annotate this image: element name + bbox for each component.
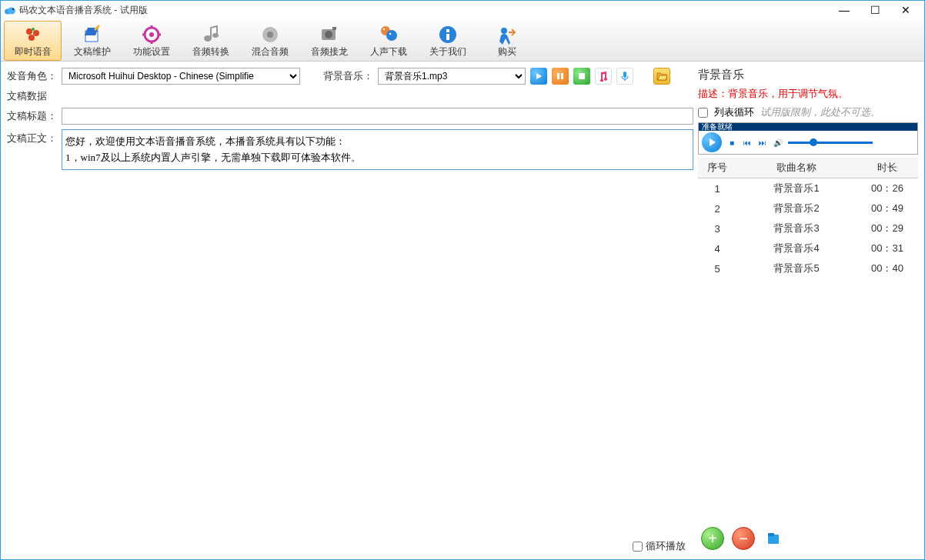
song-row[interactable]: 5背景音乐500：40 xyxy=(698,258,918,278)
title-field-label: 文稿标题： xyxy=(7,109,57,123)
svg-rect-34 xyxy=(768,533,774,536)
col-duration: 时长 xyxy=(857,158,918,178)
toolbar-label: 音频接龙 xyxy=(311,45,348,58)
list-loop-checkbox[interactable] xyxy=(698,108,708,118)
song-row[interactable]: 3背景音乐300：29 xyxy=(698,218,918,238)
svg-rect-26 xyxy=(446,29,449,32)
volume-icon[interactable]: 🔊 xyxy=(773,137,783,148)
toolbar-文稿维护[interactable]: 文稿维护 xyxy=(63,21,121,61)
song-row[interactable]: 4背景音乐400：31 xyxy=(698,238,918,258)
maximize-button[interactable]: ☐ xyxy=(860,1,890,19)
pause-button[interactable] xyxy=(552,68,569,85)
toolbar-音频接龙[interactable]: 音频接龙 xyxy=(300,21,358,61)
volume-slider[interactable] xyxy=(788,142,873,144)
bgm-label: 背景音乐： xyxy=(323,69,373,83)
svg-rect-31 xyxy=(579,73,585,79)
toolbar: 即时语音文稿维护功能设置音频转换混合音频音频接龙人声下载关于我们购买 xyxy=(1,19,924,62)
list-loop-label: 列表循环 xyxy=(714,105,754,119)
player: 准备就绪 ■ ⏮ ⏭ 🔊 xyxy=(698,122,918,155)
browse-button[interactable] xyxy=(763,527,786,550)
toolbar-label: 功能设置 xyxy=(133,45,170,58)
toolbar-label: 购买 xyxy=(498,45,516,58)
svg-point-22 xyxy=(386,30,397,41)
app-icon xyxy=(4,4,16,16)
voice-label: 发音角色： xyxy=(7,69,57,83)
stop-button[interactable] xyxy=(573,68,590,85)
loop-checkbox[interactable] xyxy=(633,542,643,552)
toolbar-关于我们[interactable]: 关于我们 xyxy=(419,21,476,61)
player-next-button[interactable]: ⏭ xyxy=(757,137,768,148)
song-table: 序号 歌曲名称 时长 1背景音乐100：262背景音乐200：493背景音乐30… xyxy=(698,158,918,278)
toolbar-icon xyxy=(22,25,44,45)
svg-point-15 xyxy=(212,33,219,38)
svg-rect-32 xyxy=(623,72,626,78)
toolbar-icon xyxy=(437,25,459,45)
svg-point-23 xyxy=(382,28,384,30)
toolbar-label: 文稿维护 xyxy=(74,45,111,58)
mic-icon[interactable] xyxy=(616,68,633,85)
body-field-label: 文稿正文： xyxy=(7,129,57,145)
svg-point-9 xyxy=(149,32,154,37)
play-button[interactable] xyxy=(530,68,547,85)
toolbar-人声下载[interactable]: 人声下载 xyxy=(359,21,417,61)
loop-label: 循环播放 xyxy=(646,539,686,553)
svg-point-3 xyxy=(26,28,32,35)
body-textarea[interactable] xyxy=(62,129,693,170)
window-title: 码农文本语音播音系统 - 试用版 xyxy=(19,4,829,17)
section-label: 文稿数据 xyxy=(7,89,47,103)
player-prev-button[interactable]: ⏮ xyxy=(742,137,753,148)
restriction-text: 试用版限制，此处不可选。 xyxy=(760,105,880,119)
player-stop-button[interactable]: ■ xyxy=(726,137,737,148)
svg-rect-20 xyxy=(332,27,336,30)
svg-point-5 xyxy=(28,35,35,41)
toolbar-label: 人声下载 xyxy=(370,45,407,58)
toolbar-混合音频[interactable]: 混合音频 xyxy=(241,21,299,61)
toolbar-label: 即时语音 xyxy=(15,45,52,58)
svg-point-19 xyxy=(325,31,332,38)
svg-point-24 xyxy=(389,33,390,35)
toolbar-icon xyxy=(82,25,103,45)
right-panel: 背景音乐 描述：背景音乐，用于调节气氛。 列表循环 试用版限制，此处不可选。 准… xyxy=(698,68,918,553)
svg-point-17 xyxy=(267,32,273,38)
toolbar-label: 混合音频 xyxy=(252,45,289,58)
bgm-select[interactable]: 背景音乐1.mp3 xyxy=(378,68,526,85)
toolbar-功能设置[interactable]: 功能设置 xyxy=(122,21,180,61)
music-icon[interactable] xyxy=(595,68,612,85)
player-play-button[interactable] xyxy=(702,132,722,152)
toolbar-icon xyxy=(259,25,281,45)
toolbar-label: 音频转换 xyxy=(192,45,229,58)
svg-point-4 xyxy=(33,30,39,36)
minimize-button[interactable]: — xyxy=(829,1,860,19)
remove-button[interactable]: − xyxy=(732,527,755,550)
player-status: 准备就绪 xyxy=(699,123,917,131)
svg-rect-29 xyxy=(557,73,559,79)
title-input[interactable] xyxy=(62,108,693,125)
col-no: 序号 xyxy=(698,158,736,178)
right-description: 描述：背景音乐，用于调节气氛。 xyxy=(698,85,918,102)
close-button[interactable]: ✕ xyxy=(890,1,921,19)
toolbar-icon xyxy=(319,25,340,45)
titlebar: 码农文本语音播音系统 - 试用版 — ☐ ✕ xyxy=(1,1,924,19)
svg-point-6 xyxy=(32,28,35,31)
toolbar-icon xyxy=(200,25,222,45)
toolbar-音频转换[interactable]: 音频转换 xyxy=(182,21,239,61)
svg-point-1 xyxy=(8,8,15,15)
col-name: 歌曲名称 xyxy=(736,158,857,178)
toolbar-购买[interactable]: 购买 xyxy=(478,21,536,61)
svg-point-2 xyxy=(12,8,14,10)
toolbar-label: 关于我们 xyxy=(429,45,466,58)
toolbar-即时语音[interactable]: 即时语音 xyxy=(4,21,62,61)
svg-point-28 xyxy=(501,28,507,34)
toolbar-icon xyxy=(496,25,518,45)
song-row[interactable]: 2背景音乐200：49 xyxy=(698,198,918,218)
voice-select[interactable]: Microsoft Huihui Desktop - Chinese (Simp… xyxy=(62,68,300,85)
toolbar-icon xyxy=(141,25,162,45)
right-title: 背景音乐 xyxy=(698,68,918,82)
song-row[interactable]: 1背景音乐100：26 xyxy=(698,178,918,199)
left-panel: 发音角色： Microsoft Huihui Desktop - Chinese… xyxy=(7,68,693,553)
svg-rect-30 xyxy=(561,73,563,79)
svg-rect-27 xyxy=(446,34,449,40)
add-button[interactable]: + xyxy=(701,527,724,550)
open-folder-button[interactable] xyxy=(653,68,670,85)
toolbar-icon xyxy=(378,25,399,45)
